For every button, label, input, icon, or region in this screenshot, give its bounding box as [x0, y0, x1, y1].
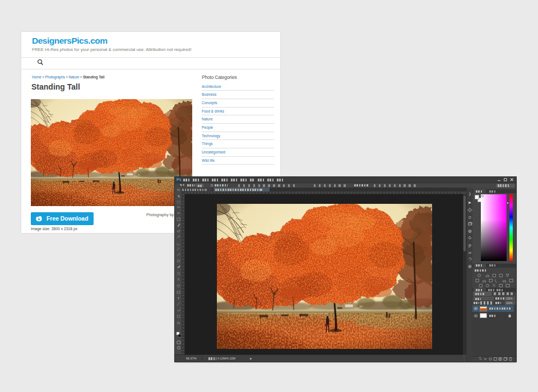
svg-text:fx: fx [484, 357, 486, 361]
